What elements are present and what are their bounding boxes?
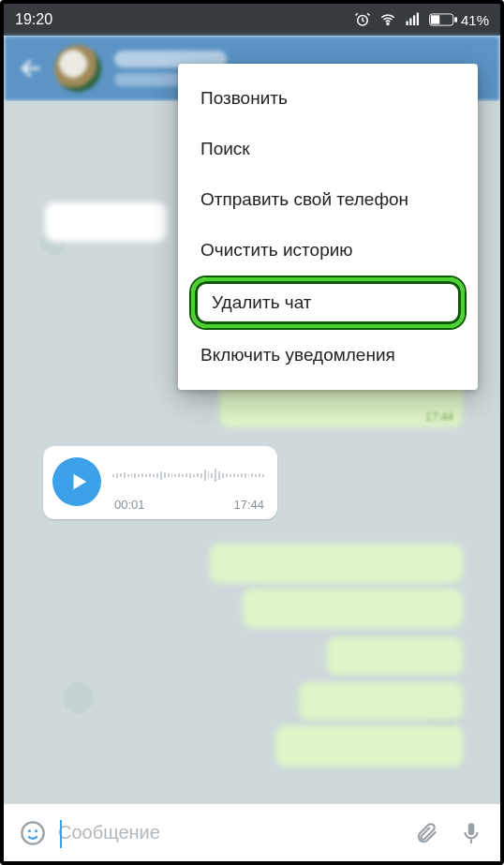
back-button[interactable] (9, 47, 52, 90)
input-bar (4, 803, 500, 861)
avatar[interactable] (54, 45, 101, 92)
svg-point-1 (387, 23, 389, 25)
svg-rect-8 (454, 17, 457, 22)
svg-rect-3 (409, 19, 411, 26)
emoji-button[interactable] (13, 813, 52, 853)
battery-pct: 41% (461, 12, 489, 28)
svg-rect-7 (431, 15, 439, 23)
menu-item-2[interactable]: Отправить свой телефон (178, 174, 478, 225)
svg-rect-2 (406, 22, 408, 26)
mic-button[interactable] (452, 813, 491, 853)
menu-item-4[interactable]: Удалить чат (191, 277, 465, 328)
svg-rect-4 (413, 16, 415, 26)
svg-point-11 (35, 829, 37, 832)
status-tray: 41% (354, 11, 489, 28)
alarm-icon (354, 11, 371, 28)
attach-button[interactable] (407, 813, 446, 853)
svg-point-10 (28, 829, 31, 832)
wifi-icon (378, 11, 397, 28)
menu-item-0[interactable]: Позвонить (178, 73, 478, 124)
svg-point-9 (22, 822, 43, 843)
clock: 19:20 (15, 11, 52, 28)
signal-icon (405, 11, 422, 28)
menu-item-1[interactable]: Поиск (178, 124, 478, 174)
svg-rect-5 (417, 13, 419, 26)
menu-item-5[interactable]: Включить уведомления (178, 330, 478, 380)
status-bar: 19:20 41% (4, 4, 500, 36)
chat-context-menu: ПозвонитьПоискОтправить свой телефонОчис… (178, 64, 478, 390)
svg-rect-12 (470, 839, 472, 843)
menu-item-3[interactable]: Очистить историю (178, 225, 478, 276)
message-input[interactable] (58, 813, 401, 853)
battery-indicator: 41% (429, 12, 489, 28)
